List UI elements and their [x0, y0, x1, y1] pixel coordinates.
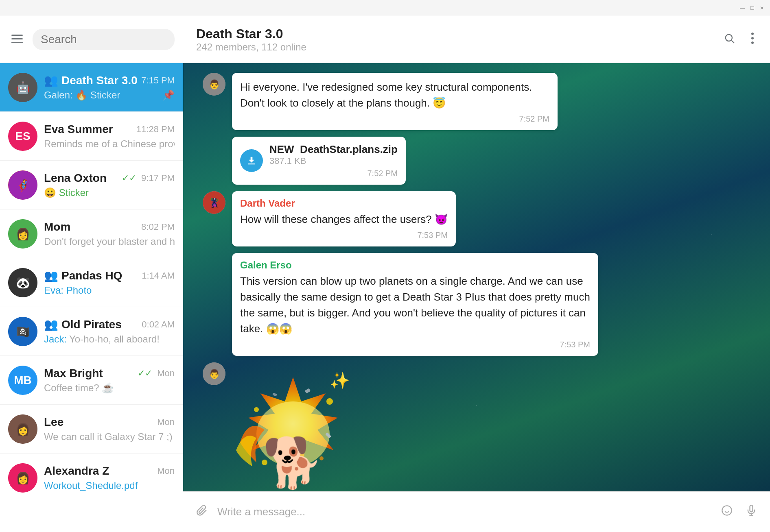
app-window: — ☐ ✕ — [0, 0, 770, 532]
chat-item-eva-summer[interactable]: ES Eva Summer 11:28 PM Reminds me of a C… — [0, 112, 183, 161]
main-chat: Death Star 3.0 242 members, 112 online — [183, 16, 770, 532]
chat-name-max-bright: Max Bright — [44, 367, 103, 380]
chat-name-old-pirates: 👥 Old Pirates — [44, 318, 122, 331]
svg-point-20 — [751, 37, 754, 39]
search-input[interactable] — [41, 33, 166, 46]
svg-rect-24 — [248, 164, 256, 164]
svg-text:👨: 👨 — [209, 79, 220, 90]
svg-point-19 — [751, 33, 754, 35]
svg-rect-2 — [11, 42, 23, 43]
avatar-lee: 👩 — [8, 414, 37, 444]
chat-preview-lena-oxton: 😀 Sticker — [44, 187, 175, 198]
chat-item-max-bright[interactable]: MB Max Bright ✓✓ Mon Coffee time? ☕ — [0, 356, 183, 405]
svg-text:👩: 👩 — [16, 423, 30, 436]
svg-text:👨: 👨 — [209, 368, 220, 379]
chat-name-alexandra-z: Alexandra Z — [44, 464, 109, 477]
sender-name-vader: Darth Vader — [240, 198, 448, 209]
chat-info-max-bright: Max Bright ✓✓ Mon Coffee time? ☕ — [44, 367, 175, 394]
message-row-2: NEW_DeathStar.plans.zip 387.1 KB 7:52 PM — [203, 137, 750, 185]
more-options-button[interactable] — [748, 29, 757, 50]
file-info-1: NEW_DeathStar.plans.zip 387.1 KB 7:52 PM — [269, 143, 398, 178]
chat-preview-eva-summer: Reminds me of a Chinese prove... 2 — [44, 138, 175, 150]
chat-item-death-star[interactable]: 🤖 👥 Death Star 3.0 7:15 PM Galen: — [0, 63, 183, 112]
avatar-mom: 👩 — [8, 219, 37, 249]
svg-text:🐼: 🐼 — [16, 276, 30, 290]
chat-info-mom: Mom 8:02 PM Don't forget your blaster an… — [44, 220, 175, 247]
chat-item-old-pirates[interactable]: 🏴‍☠️ 👥 Old Pirates 0:02 AM Jack: — [0, 307, 183, 356]
svg-point-21 — [751, 41, 754, 44]
search-box[interactable] — [33, 29, 175, 50]
chat-name-lee: Lee — [44, 416, 63, 429]
chat-preview-death-star: Galen: 🔥 Sticker 📌 — [44, 89, 175, 101]
chat-header-info: Death Star 3.0 242 members, 112 online — [196, 26, 306, 53]
chat-info-lee: Lee Mon We can call it Galaxy Star 7 ;) — [44, 416, 175, 443]
svg-point-17 — [726, 34, 732, 41]
chat-info-old-pirates: 👥 Old Pirates 0:02 AM Jack: Yo-ho-ho, al… — [44, 318, 175, 345]
message-text-1: Hi everyone. I've redesigned some key st… — [240, 79, 549, 111]
hamburger-button[interactable] — [8, 31, 26, 48]
chat-header-actions — [720, 29, 757, 50]
minimize-button[interactable]: — — [739, 5, 746, 11]
svg-rect-0 — [11, 35, 23, 36]
svg-text:👩: 👩 — [16, 227, 30, 241]
chat-item-lee[interactable]: 👩 Lee Mon We can call it Galaxy Star 7 ;… — [0, 405, 183, 454]
chat-name-lena-oxton: Lena Oxton — [44, 172, 107, 185]
messages-area: 👨 Hi everyone. I've redesigned some key … — [183, 63, 770, 491]
message-row-5: 👨 — [203, 362, 750, 491]
messages-content: 👨 Hi everyone. I've redesigned some key … — [203, 73, 750, 491]
chat-name-eva-summer: Eva Summer — [44, 123, 113, 136]
chat-time-pandas-hq: 1:14 AM — [142, 270, 175, 281]
file-bubble-1: NEW_DeathStar.plans.zip 387.1 KB 7:52 PM — [232, 137, 406, 185]
avatar-death-star: 🤖 — [8, 73, 37, 102]
message-time-1: 7:52 PM — [240, 114, 549, 124]
double-check-lena: ✓✓ — [122, 173, 136, 183]
message-bubble-3: Darth Vader How will these changes affec… — [232, 191, 456, 246]
message-avatar-vader: 🦹 — [203, 191, 225, 214]
chat-time-death-star: 7:15 PM — [141, 75, 175, 86]
chat-time-lee: Mon — [157, 417, 175, 427]
message-text-4: This version can blow up two planets on … — [240, 273, 590, 337]
avatar-pandas-hq: 🐼 — [8, 268, 37, 297]
sidebar-header — [0, 16, 183, 63]
sticker-image: 🐕 ✨ — [232, 369, 354, 491]
search-chat-button[interactable] — [720, 29, 738, 50]
chat-info-pandas-hq: 👥 Pandas HQ 1:14 AM Eva: Photo — [44, 269, 175, 296]
chat-preview-alexandra-z: Workout_Shedule.pdf — [44, 480, 175, 491]
file-name-1: NEW_DeathStar.plans.zip — [269, 143, 398, 156]
chat-item-lena-oxton[interactable]: 🦸 Lena Oxton ✓✓ 9:17 PM 😀 Sticker — [0, 161, 183, 209]
chat-preview-mom: Don't forget your blaster and helmet — [44, 236, 175, 247]
message-time-4: 7:53 PM — [240, 340, 590, 349]
svg-rect-35 — [305, 388, 311, 394]
svg-point-32 — [254, 407, 259, 412]
message-time-3: 7:53 PM — [240, 231, 448, 240]
app-body: 🤖 👥 Death Star 3.0 7:15 PM Galen: — [0, 16, 770, 532]
group-icon-pirates: 👥 — [44, 318, 58, 331]
download-icon — [240, 149, 263, 172]
chat-item-mom[interactable]: 👩 Mom 8:02 PM Don't forget your blaster … — [0, 209, 183, 258]
file-time-1: 7:52 PM — [269, 169, 398, 178]
close-button[interactable]: ✕ — [759, 5, 765, 11]
svg-text:🦹: 🦹 — [209, 197, 220, 208]
attach-button[interactable] — [193, 501, 211, 523]
maximize-button[interactable]: ☐ — [749, 5, 755, 11]
chat-time-eva-summer: 11:28 PM — [136, 124, 175, 135]
chat-list: 🤖 👥 Death Star 3.0 7:15 PM Galen: — [0, 63, 183, 532]
message-input[interactable] — [217, 506, 711, 518]
avatar-max-bright: MB — [8, 366, 37, 395]
emoji-button[interactable] — [718, 501, 736, 523]
message-input-area — [183, 491, 770, 532]
mic-button[interactable] — [742, 501, 760, 523]
message-row-1: 👨 Hi everyone. I've redesigned some key … — [203, 73, 750, 130]
chat-name-mom: Mom — [44, 220, 70, 233]
chat-name-pandas-hq: 👥 Pandas HQ — [44, 269, 122, 282]
chat-preview-lee: We can call it Galaxy Star 7 ;) — [44, 431, 175, 443]
title-bar: — ☐ ✕ — [0, 0, 770, 16]
chat-info-death-star: 👥 Death Star 3.0 7:15 PM Galen: 🔥 Sticke… — [44, 74, 175, 101]
chat-info-alexandra-z: Alexandra Z Mon Workout_Shedule.pdf — [44, 464, 175, 491]
chat-item-pandas-hq[interactable]: 🐼 👥 Pandas HQ 1:14 AM Eva: Photo — [0, 258, 183, 307]
chat-info-lena-oxton: Lena Oxton ✓✓ 9:17 PM 😀 Sticker — [44, 172, 175, 198]
file-size-1: 387.1 KB — [269, 156, 398, 166]
chat-item-alexandra-z[interactable]: 👩 Alexandra Z Mon Workout_Shedule.pdf — [0, 454, 183, 502]
chat-header-sub: 242 members, 112 online — [196, 41, 306, 53]
avatar-lena-oxton: 🦸 — [8, 170, 37, 200]
